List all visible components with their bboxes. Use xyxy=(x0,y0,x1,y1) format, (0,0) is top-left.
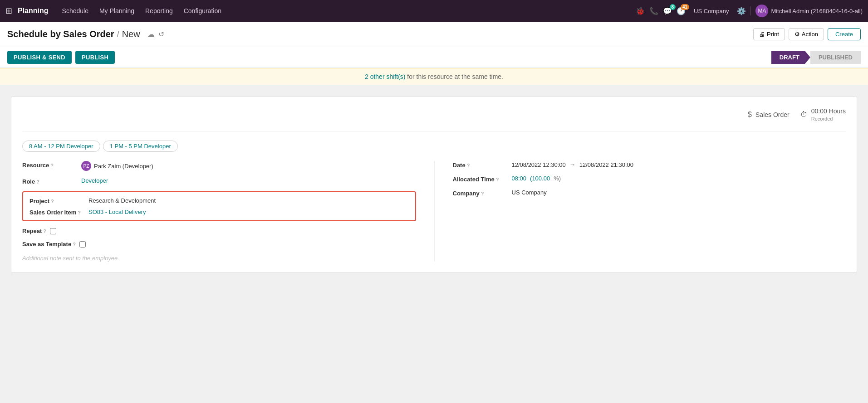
settings-icon[interactable]: ⚙️ xyxy=(737,7,746,15)
nav-user[interactable]: MA Mitchell Admin (21680404-16-0-all) xyxy=(755,5,863,17)
form-left: Resource ? PZ Park Zaim (Developer) Role xyxy=(22,161,434,262)
bug-icon[interactable]: 🐞 xyxy=(636,7,645,15)
dollar-icon: $ xyxy=(748,111,752,119)
allocated-hours[interactable]: 08:00 xyxy=(512,175,527,182)
activities-icon[interactable]: 🕐 41 xyxy=(677,7,686,15)
phone-icon[interactable]: 📞 xyxy=(649,7,658,15)
allocated-time-help[interactable]: ? xyxy=(496,177,499,182)
company-value[interactable]: US Company xyxy=(512,189,846,196)
form-card: $ Sales Order ⏱ 00:00 Hours Recorded 8 A… xyxy=(11,96,857,273)
grid-icon[interactable]: ⊞ xyxy=(5,6,12,16)
warning-link[interactable]: 2 other shift(s) xyxy=(365,73,405,80)
summary-bar: $ Sales Order ⏱ 00:00 Hours Recorded xyxy=(22,107,846,131)
warning-text: for this resource at the same time. xyxy=(405,73,503,80)
allocated-pct-open[interactable]: (100.00 xyxy=(530,175,550,182)
shift-tab-0[interactable]: 8 AM - 12 PM Developer xyxy=(22,141,100,152)
warning-banner: 2 other shift(s) for this resource at th… xyxy=(0,68,868,85)
action-button[interactable]: ⚙ Action xyxy=(789,28,824,40)
app-name: Planning xyxy=(18,7,49,15)
status-bar: DRAFT PUBLISHED xyxy=(771,51,861,64)
form-right: Date ? 12/08/2022 12:30:00 → 12/08/2022 … xyxy=(434,161,846,262)
sales-order-item-field-row: Sales Order Item ? SO83 - Local Delivery xyxy=(29,208,409,216)
resource-name[interactable]: Park Zaim (Developer) xyxy=(94,163,153,170)
sub-header: Schedule by Sales Order / New ☁ ↺ 🖨 Prin… xyxy=(0,22,868,47)
nav-separator xyxy=(750,6,751,15)
date-field-row: Date ? 12/08/2022 12:30:00 → 12/08/2022 … xyxy=(453,161,846,169)
date-label: Date ? xyxy=(453,161,512,169)
hours-recorded-summary: ⏱ 00:00 Hours Recorded xyxy=(800,107,846,122)
resource-value: PZ Park Zaim (Developer) xyxy=(81,161,416,171)
project-value[interactable]: Research & Development xyxy=(88,197,409,204)
print-button[interactable]: 🖨 Print xyxy=(753,28,785,40)
messages-badge: 8 xyxy=(670,4,676,10)
sales-order-item-label: Sales Order Item ? xyxy=(29,208,88,216)
sales-order-summary: $ Sales Order xyxy=(748,107,790,122)
sales-order-item-value[interactable]: SO83 - Local Delivery xyxy=(88,209,409,215)
arrow-icon: → xyxy=(569,161,576,168)
role-value[interactable]: Developer xyxy=(81,177,416,184)
publish-send-button[interactable]: PUBLISH & SEND xyxy=(7,51,72,64)
status-published[interactable]: PUBLISHED xyxy=(810,51,861,64)
shift-tabs: 8 AM - 12 PM Developer 1 PM - 5 PM Devel… xyxy=(22,141,846,152)
sales-order-item-help[interactable]: ? xyxy=(78,210,81,215)
breadcrumb-sub: New xyxy=(122,29,140,39)
sales-order-label: Sales Order xyxy=(755,111,790,118)
company-help[interactable]: ? xyxy=(481,191,484,196)
role-field-row: Role ? Developer xyxy=(22,177,416,185)
status-draft[interactable]: DRAFT xyxy=(771,51,810,64)
hours-recorded-sub: Recorded xyxy=(811,116,833,121)
discard-icon[interactable]: ↺ xyxy=(158,30,164,39)
main-content: $ Sales Order ⏱ 00:00 Hours Recorded 8 A… xyxy=(0,85,868,403)
repeat-help[interactable]: ? xyxy=(43,228,46,234)
breadcrumb: Schedule by Sales Order / New ☁ ↺ xyxy=(7,29,753,39)
date-start[interactable]: 12/08/2022 12:30:00 xyxy=(512,161,566,168)
save-template-checkbox[interactable] xyxy=(79,241,86,248)
role-label: Role ? xyxy=(22,177,81,185)
role-help[interactable]: ? xyxy=(36,179,39,185)
resource-avatar: PZ xyxy=(81,161,91,171)
repeat-row: Repeat ? xyxy=(22,228,416,234)
user-name: Mitchell Admin (21680404-16-0-all) xyxy=(771,8,863,15)
note-placeholder[interactable]: Additional note sent to the employee xyxy=(22,255,416,262)
save-template-help[interactable]: ? xyxy=(73,242,76,247)
publish-button[interactable]: PUBLISH xyxy=(75,51,115,64)
resource-field-row: Resource ? PZ Park Zaim (Developer) xyxy=(22,161,416,171)
create-button[interactable]: Create xyxy=(828,28,861,40)
nav-configuration[interactable]: Configuration xyxy=(179,5,226,17)
company-field-row: Company ? US Company xyxy=(453,189,846,197)
hours-recorded-value: 00:00 Hours xyxy=(811,107,846,115)
resource-label: Resource ? xyxy=(22,161,81,169)
project-field-row: Project ? Research & Development xyxy=(29,197,409,204)
nav-schedule[interactable]: Schedule xyxy=(58,5,93,17)
top-nav: ⊞ Planning Schedule My Planning Reportin… xyxy=(0,0,868,22)
nav-company: US Company xyxy=(694,8,729,15)
allocated-time-label: Allocated Time ? xyxy=(453,175,512,183)
company-label: Company ? xyxy=(453,189,512,197)
avatar: MA xyxy=(755,5,768,17)
breadcrumb-main[interactable]: Schedule by Sales Order xyxy=(7,29,114,39)
date-value: 12/08/2022 12:30:00 → 12/08/2022 21:30:0… xyxy=(512,161,846,168)
shift-tab-1[interactable]: 1 PM - 5 PM Developer xyxy=(103,141,178,152)
activities-badge: 41 xyxy=(681,4,689,10)
gear-icon: ⚙ xyxy=(794,31,800,38)
project-label: Project ? xyxy=(29,197,88,204)
printer-icon: 🖨 xyxy=(759,31,765,38)
breadcrumb-separator: / xyxy=(117,29,119,39)
resource-help[interactable]: ? xyxy=(50,163,54,168)
repeat-checkbox[interactable] xyxy=(50,228,56,234)
date-help[interactable]: ? xyxy=(467,163,470,168)
action-bar: PUBLISH & SEND PUBLISH DRAFT PUBLISHED xyxy=(0,47,868,68)
save-cloud-icon[interactable]: ☁ xyxy=(147,30,155,39)
nav-reporting[interactable]: Reporting xyxy=(141,5,177,17)
highlight-box: Project ? Research & Development Sales O… xyxy=(22,191,416,221)
clock-icon: ⏱ xyxy=(800,111,808,119)
project-help[interactable]: ? xyxy=(51,199,54,204)
header-actions: 🖨 Print ⚙ Action Create xyxy=(753,28,861,40)
save-template-row: Save as Template ? xyxy=(22,241,416,248)
allocated-time-value: 08:00 (100.00 %) xyxy=(512,175,846,182)
save-template-label: Save as Template ? xyxy=(22,241,76,248)
allocated-time-field-row: Allocated Time ? 08:00 (100.00 %) xyxy=(453,175,846,183)
messages-icon[interactable]: 💬 8 xyxy=(663,7,672,15)
nav-my-planning[interactable]: My Planning xyxy=(95,5,139,17)
date-end[interactable]: 12/08/2022 21:30:00 xyxy=(579,161,633,168)
